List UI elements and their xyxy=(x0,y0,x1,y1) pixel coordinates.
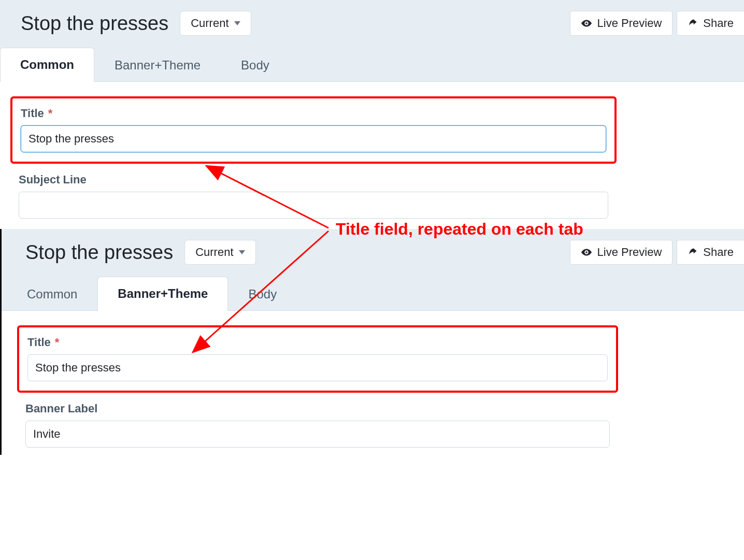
live-preview-button[interactable]: Live Preview xyxy=(570,11,673,36)
title-field-highlight: Title * xyxy=(10,96,617,164)
subject-input[interactable] xyxy=(19,192,608,219)
page-title: Stop the presses xyxy=(21,12,168,35)
tab-common[interactable]: Common xyxy=(0,48,94,82)
tabs: Common Banner+Theme Body xyxy=(0,47,744,82)
title-field-highlight: Title * xyxy=(17,325,618,393)
title-label: Title xyxy=(27,336,51,349)
chevron-down-icon xyxy=(239,250,245,254)
live-preview-label: Live Preview xyxy=(597,17,662,30)
page-title: Stop the presses xyxy=(25,241,173,264)
share-icon xyxy=(688,247,698,257)
title-label-row: Title * xyxy=(21,107,606,120)
share-button[interactable]: Share xyxy=(677,240,744,265)
header-actions: Live Preview Share xyxy=(570,11,744,36)
form-common: Title * Subject Line xyxy=(0,82,627,226)
tab-banner-theme[interactable]: Banner+Theme xyxy=(94,48,221,82)
panel-banner-theme: Stop the presses Current Live Preview Sh… xyxy=(0,229,744,455)
share-icon xyxy=(688,18,698,28)
title-label-row: Title * xyxy=(27,336,608,349)
share-button[interactable]: Share xyxy=(677,11,744,36)
subject-field: Subject Line xyxy=(10,173,617,224)
title-input[interactable] xyxy=(21,125,606,152)
tab-common[interactable]: Common xyxy=(7,277,97,311)
version-label: Current xyxy=(195,246,233,259)
header-actions: Live Preview Share xyxy=(570,240,744,265)
title-input[interactable] xyxy=(27,354,608,381)
share-label: Share xyxy=(703,17,734,30)
subject-label: Subject Line xyxy=(19,173,608,186)
panel-common: Stop the presses Current Live Preview Sh… xyxy=(0,0,744,226)
banner-label: Banner Label xyxy=(25,402,610,415)
eye-icon xyxy=(581,247,592,258)
header: Stop the presses Current Live Preview Sh… xyxy=(0,0,744,47)
share-label: Share xyxy=(703,246,734,259)
eye-icon xyxy=(581,18,592,29)
required-icon: * xyxy=(48,108,53,119)
live-preview-label: Live Preview xyxy=(597,246,662,259)
tabs: Common Banner+Theme Body xyxy=(2,276,744,311)
tab-body[interactable]: Body xyxy=(221,48,290,82)
live-preview-button[interactable]: Live Preview xyxy=(570,240,673,265)
version-label: Current xyxy=(191,17,228,30)
tab-body[interactable]: Body xyxy=(228,277,297,311)
version-dropdown[interactable]: Current xyxy=(184,240,255,265)
version-dropdown[interactable]: Current xyxy=(180,11,251,36)
chevron-down-icon xyxy=(234,21,240,25)
required-icon: * xyxy=(55,337,60,348)
banner-label-input[interactable] xyxy=(25,421,610,448)
tab-banner-theme[interactable]: Banner+Theme xyxy=(97,277,228,311)
title-label: Title xyxy=(21,107,44,120)
form-banner: Title * Banner Label xyxy=(2,311,628,455)
annotation-text: Title field, repeated on each tab xyxy=(336,220,583,239)
banner-label-field: Banner Label xyxy=(17,402,618,453)
